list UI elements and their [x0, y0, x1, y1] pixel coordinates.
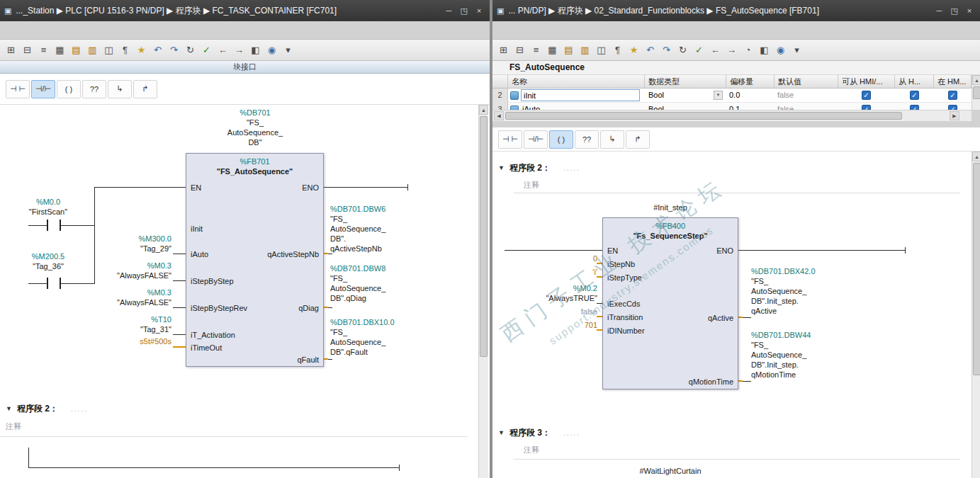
absolute-symbolic-toggle-icon[interactable]: ◫: [101, 42, 117, 58]
monitoring-icon[interactable]: ◉: [264, 42, 280, 58]
editor-options-icon[interactable]: ▾: [280, 42, 296, 58]
hmi-writable-checkbox[interactable]: ✓: [910, 105, 919, 110]
fb-call-block-fs-sequencestep[interactable]: %FB400 "Fs_SequenceStep" EN ENO iStepNb …: [602, 217, 738, 389]
scroll-left-button[interactable]: ◀: [494, 111, 504, 120]
close-all-networks-icon[interactable]: ▥: [84, 42, 101, 58]
datatype-cell[interactable]: Bool: [648, 89, 664, 102]
absolute-symbolic-toggle-icon[interactable]: ◫: [593, 42, 609, 58]
add-box-icon[interactable]: ▦: [544, 42, 561, 58]
go-to-next-icon[interactable]: →: [231, 42, 247, 58]
hmi-writable-checkbox[interactable]: ✓: [910, 91, 919, 100]
hmi-accessible-checkbox[interactable]: ✓: [862, 91, 871, 100]
open-all-networks-icon[interactable]: ▤: [561, 42, 577, 58]
redo-icon[interactable]: ↷: [658, 42, 675, 58]
pin-en[interactable]: EN: [191, 183, 201, 193]
left-vertical-scrollbar[interactable]: ▲: [478, 105, 488, 478]
consistency-check-icon[interactable]: ✓: [198, 42, 215, 58]
network2-collapse-triangle[interactable]: ▼: [498, 164, 505, 171]
operand-itactivation[interactable]: %T10 "Tag_31": [92, 314, 171, 334]
instance-db-label[interactable]: %DB701 "FS_ AutoSequence_ DB": [202, 108, 308, 147]
right-breadcrumb[interactable]: ... PN/DP] ▶ 程序块 ▶ 02_Standard_Functionb…: [508, 5, 928, 17]
pin-qactivestepnb[interactable]: qActiveStepNb: [267, 249, 319, 259]
hmi-accessible-checkbox[interactable]: ✓: [862, 105, 871, 110]
coil-button[interactable]: ( ): [549, 130, 573, 149]
network2-comment[interactable]: 注释: [524, 180, 539, 190]
pin-qactive[interactable]: qActive: [708, 313, 733, 323]
contact-operand-firstscan[interactable]: %M0.0 "FirstScan": [13, 197, 84, 217]
pin-iinit[interactable]: iInit: [191, 224, 203, 234]
network3-comment[interactable]: 注释: [524, 445, 539, 455]
open-contact-button[interactable]: ⊣ ⊢: [498, 130, 522, 149]
pin-qmotiontime[interactable]: qMotionTime: [689, 377, 733, 387]
undo-icon[interactable]: ↶: [150, 42, 166, 58]
snapshot-icon[interactable]: ◔: [740, 42, 756, 58]
pin-eno[interactable]: ENO: [716, 246, 733, 256]
table-horizontal-scrollbar[interactable]: ◀ ▶: [492, 110, 971, 121]
multi-instance-label[interactable]: #WaitLightCurtain: [607, 466, 734, 476]
operand-istepbystep[interactable]: %M0.3 "AlwaysFALSE": [92, 261, 171, 280]
float-button[interactable]: ◳: [948, 6, 961, 16]
open-branch-button[interactable]: ↳: [600, 130, 624, 149]
undo-icon[interactable]: ↶: [642, 42, 658, 58]
multi-instance-label[interactable]: #Init_step: [607, 203, 734, 212]
scroll-thumb[interactable]: [505, 112, 902, 120]
variable-name-cell[interactable]: iAuto: [522, 103, 540, 110]
network-comments-icon[interactable]: ¶: [117, 42, 133, 58]
insert-row-icon[interactable]: ≡: [35, 42, 52, 58]
scroll-up-button[interactable]: ▲: [479, 105, 488, 115]
pin-qfault[interactable]: qFault: [297, 355, 319, 365]
network2-header[interactable]: 程序段 2：: [17, 403, 58, 415]
pin-idinumber[interactable]: iDINumber: [607, 326, 645, 336]
open-branch-button[interactable]: ↳: [108, 80, 132, 98]
operand-qactivestepnb[interactable]: %DB701.DBW6 "FS_ AutoSequence_ DB". qAct…: [330, 204, 385, 254]
default-value-cell[interactable]: false: [777, 103, 794, 110]
operand-iexeccds[interactable]: %M0.2 "AlwaysTRUE": [519, 283, 597, 303]
operand-iauto[interactable]: %M300.0 "Tag_29": [92, 234, 171, 254]
pin-en[interactable]: EN: [607, 246, 618, 256]
favorites-icon[interactable]: ★: [133, 42, 150, 58]
operand-itimeout-constant[interactable]: s5t#500s: [92, 336, 171, 346]
split-view-icon[interactable]: ◧: [247, 42, 264, 58]
update-block-calls-icon[interactable]: ↻: [675, 42, 691, 58]
scroll-right-button[interactable]: ▶: [950, 111, 959, 120]
pin-itimeout[interactable]: iTimeOut: [191, 343, 222, 353]
empty-box-button[interactable]: ??: [575, 130, 599, 149]
fb-call-block-fs-autosequence[interactable]: %FB701 "FS_AutoSequence" EN ENO iInit iA…: [186, 153, 324, 367]
default-value-cell[interactable]: false: [777, 89, 794, 102]
pin-istepnb[interactable]: iStepNb: [607, 259, 635, 269]
scroll-thumb[interactable]: [973, 86, 980, 99]
insert-network-icon[interactable]: ⊞: [495, 42, 512, 58]
contact-operand-tag36[interactable]: %M200.5 "Tag_36": [13, 251, 84, 271]
operand-qdiag[interactable]: %DB701.DBW8 "FS_ AutoSequence_ DB".qDiag: [330, 263, 385, 303]
operand-itransition-constant[interactable]: false: [519, 307, 597, 317]
network2-header[interactable]: 程序段 2：: [509, 162, 551, 174]
network2-comment[interactable]: 注释: [6, 421, 21, 432]
empty-box-button[interactable]: ??: [82, 80, 106, 98]
closed-contact-button[interactable]: ⊣/⊢: [524, 130, 548, 149]
pin-eno[interactable]: ENO: [302, 183, 319, 193]
close-branch-button[interactable]: ↱: [133, 80, 157, 98]
close-button[interactable]: ×: [473, 6, 485, 15]
pin-isteptype[interactable]: iStepType: [607, 273, 642, 283]
coil-button[interactable]: ( ): [57, 80, 81, 98]
pin-istepbystep[interactable]: iStepByStep: [191, 276, 234, 286]
operand-qmotiontime[interactable]: %DB701.DBW44 "FS_ AutoSequence_ DB".Init…: [751, 330, 811, 380]
hmi-visible-checkbox[interactable]: ✓: [948, 105, 957, 110]
network3-header[interactable]: 程序段 3：: [509, 427, 551, 439]
interface-row-iinit[interactable]: 2 Bool ▼ 0.0 false ✓ ✓ ✓: [492, 89, 971, 103]
pin-itransition[interactable]: iTransition: [607, 312, 643, 322]
go-to-next-icon[interactable]: →: [723, 42, 740, 58]
network2-collapse-triangle[interactable]: ▼: [6, 405, 12, 412]
open-all-networks-icon[interactable]: ▤: [68, 42, 84, 58]
table-vertical-scrollbar[interactable]: ▲: [971, 75, 980, 110]
pin-iauto[interactable]: iAuto: [191, 249, 208, 259]
delete-network-icon[interactable]: ⊟: [512, 42, 528, 58]
pin-qdiag[interactable]: qDiag: [298, 303, 319, 313]
no-contact-symbol[interactable]: [47, 220, 61, 231]
monitoring-icon[interactable]: ◉: [772, 42, 789, 58]
split-view-icon[interactable]: ◧: [756, 42, 772, 58]
datatype-cell[interactable]: Bool: [648, 103, 664, 110]
update-block-calls-icon[interactable]: ↻: [182, 42, 198, 58]
minimize-button[interactable]: ─: [933, 6, 945, 15]
hmi-visible-checkbox[interactable]: ✓: [948, 91, 957, 100]
